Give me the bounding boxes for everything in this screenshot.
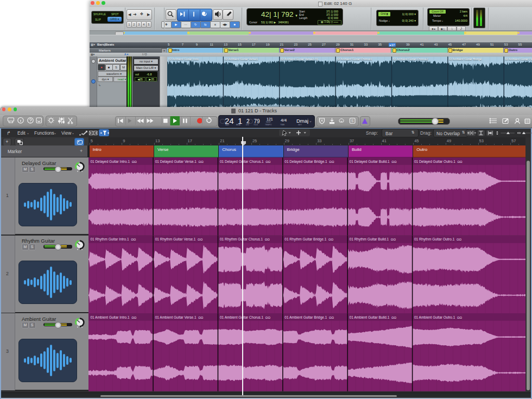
svg-text:S: S	[351, 119, 354, 123]
